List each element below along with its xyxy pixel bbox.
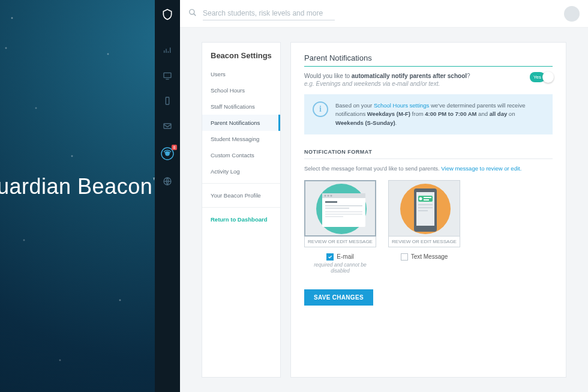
school-hours-link[interactable]: School Hours settings — [374, 102, 429, 109]
svg-rect-14 — [325, 205, 362, 207]
settings-item-staff-notifications[interactable]: Staff Notifications — [202, 98, 280, 115]
auto-notify-prompt: Would you like to automatically notify p… — [304, 73, 470, 87]
schedule-info-text: Based on your School Hours settings we'v… — [335, 101, 544, 127]
email-checkbox[interactable] — [326, 253, 334, 261]
svg-rect-2 — [164, 124, 171, 128]
nav-beacon[interactable]: 8 — [155, 143, 180, 164]
save-button[interactable]: SAVE CHANGES — [304, 289, 373, 306]
svg-point-4 — [166, 152, 169, 155]
svg-rect-8 — [322, 193, 365, 227]
format-cards-row: REVIEW OR EDIT MESSAGE E-mail required a… — [304, 180, 553, 274]
format-card-email: REVIEW OR EDIT MESSAGE E-mail required a… — [304, 180, 376, 274]
return-to-dashboard-link[interactable]: Return to Dashboard — [202, 211, 280, 228]
svg-point-6 — [190, 9, 194, 14]
settings-item-parent-notifications[interactable]: Parent Notifications — [202, 115, 280, 131]
content-area: Beacon Settings Users School Hours Staff… — [180, 28, 588, 392]
svg-rect-13 — [325, 201, 337, 203]
info-icon: i — [313, 101, 328, 117]
svg-rect-0 — [164, 73, 171, 77]
email-review-link[interactable]: REVIEW OR EDIT MESSAGE — [304, 237, 376, 247]
nav-globe[interactable] — [155, 170, 180, 192]
settings-item-school-hours[interactable]: School Hours — [202, 82, 280, 98]
svg-point-11 — [328, 194, 329, 196]
nav-monitor[interactable] — [155, 65, 180, 86]
nav-dashboard[interactable] — [155, 40, 180, 61]
notification-format-desc: Select the message format you'd like to … — [304, 165, 553, 172]
notification-format-heading: NOTIFICATION FORMAT — [304, 149, 553, 159]
settings-title: Beacon Settings — [202, 43, 280, 66]
email-required-hint: required and cannot be disabled — [304, 262, 376, 274]
svg-point-23 — [419, 197, 422, 200]
avatar[interactable] — [564, 6, 580, 22]
svg-rect-15 — [325, 208, 349, 209]
svg-rect-16 — [325, 211, 362, 213]
schedule-info-box: i Based on your School Hours settings we… — [304, 94, 553, 134]
svg-rect-1 — [166, 97, 169, 104]
svg-point-12 — [331, 194, 332, 196]
auto-notify-toggle[interactable]: Yes — [530, 73, 553, 82]
text-preview-thumb[interactable] — [388, 180, 460, 237]
brand-logo-icon — [161, 8, 173, 20]
svg-rect-26 — [418, 204, 433, 205]
auto-notify-row: Would you like to automatically notify p… — [304, 73, 553, 87]
nav-device[interactable] — [155, 90, 180, 112]
format-card-text: REVIEW OR EDIT MESSAGE Text Message — [388, 180, 460, 274]
view-message-link[interactable]: View message to review or edit. — [441, 165, 521, 172]
nav-mail[interactable] — [155, 115, 180, 137]
brand-wordmark: uardian Beacon™ — [0, 174, 159, 199]
settings-menu: Beacon Settings Users School Hours Staff… — [202, 42, 281, 378]
svg-rect-27 — [418, 207, 433, 208]
panel-title: Parent Notifications — [304, 53, 553, 67]
svg-rect-28 — [418, 210, 428, 211]
email-checkbox-label: E-mail — [337, 253, 353, 260]
settings-item-profile[interactable]: Your Beacon Profile — [202, 187, 280, 204]
text-checkbox-label: Text Message — [411, 253, 448, 260]
svg-rect-24 — [424, 197, 431, 198]
app-shell: Beacon Settings Users School Hours Staff… — [180, 0, 588, 392]
toggle-knob — [542, 71, 554, 83]
text-checkbox[interactable] — [401, 253, 408, 261]
svg-rect-25 — [424, 199, 429, 201]
settings-item-users[interactable]: Users — [202, 66, 280, 82]
topbar — [180, 0, 588, 28]
text-review-link[interactable]: REVIEW OR EDIT MESSAGE — [388, 237, 460, 247]
search-input[interactable] — [203, 7, 335, 20]
search-icon — [188, 8, 197, 19]
nav-beacon-badge: 8 — [172, 145, 177, 150]
svg-rect-18 — [325, 216, 343, 217]
email-preview-thumb[interactable] — [304, 180, 376, 237]
settings-item-custom-contacts[interactable]: Custom Contacts — [202, 147, 280, 163]
settings-item-activity-log[interactable]: Activity Log — [202, 163, 280, 179]
nav-rail: 8 — [155, 0, 180, 392]
settings-item-student-messaging[interactable]: Student Messaging — [202, 131, 280, 147]
svg-point-10 — [325, 194, 326, 196]
svg-rect-17 — [325, 214, 362, 215]
parent-notifications-panel: Parent Notifications Would you like to a… — [290, 42, 566, 378]
